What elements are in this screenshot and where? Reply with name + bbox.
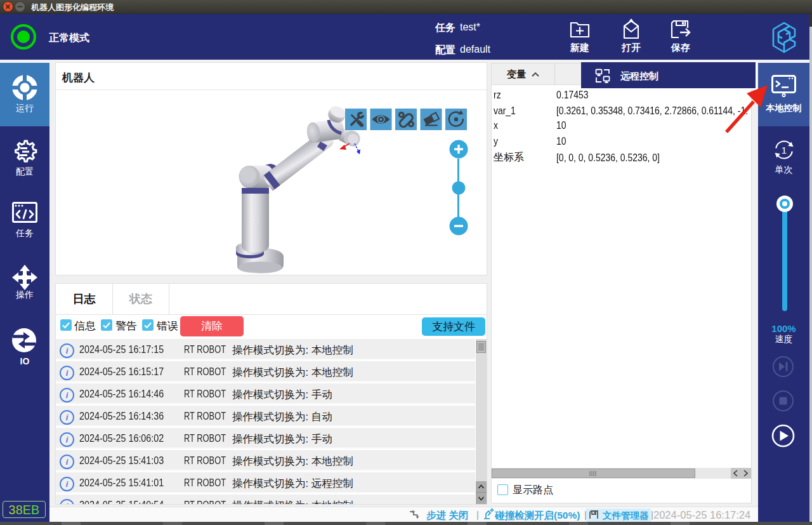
svg-text:1: 1 — [782, 145, 787, 156]
